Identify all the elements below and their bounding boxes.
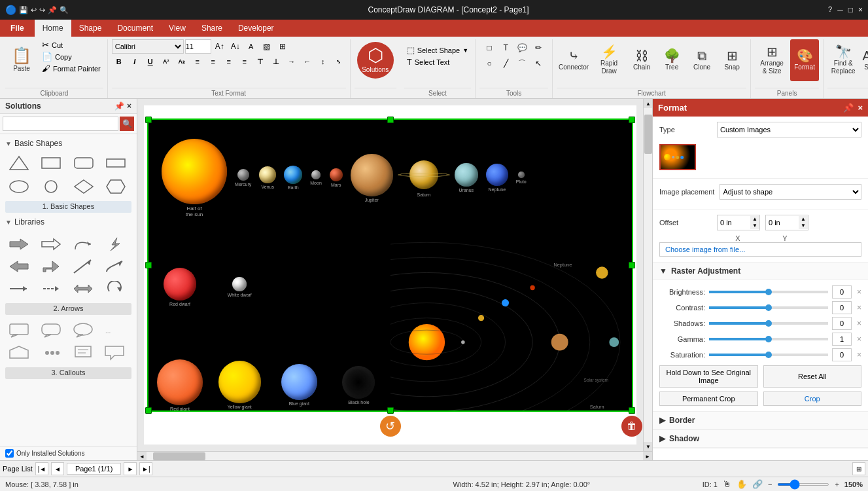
handle-bottom-left[interactable] — [145, 407, 152, 414]
saturation-slider-thumb[interactable] — [765, 352, 772, 358]
shadows-clear-btn[interactable]: × — [857, 319, 861, 328]
fill-btn[interactable]: ▧ — [260, 39, 274, 54]
contrast-slider-thumb[interactable] — [765, 304, 772, 311]
redo-icon[interactable]: ↪ — [39, 6, 45, 14]
solutions-pin-icon[interactable]: 📌 — [114, 101, 124, 111]
zoom-in-btn[interactable]: + — [835, 481, 839, 488]
page-nav-last[interactable]: ►| — [139, 462, 152, 475]
solutions-search-input[interactable] — [3, 117, 118, 131]
basic-shapes-header[interactable]: ▼ Basic Shapes — [0, 137, 137, 150]
connector-button[interactable]: ⤷ Connector — [557, 39, 591, 81]
underline-btn[interactable]: U — [143, 55, 158, 68]
raster-section-header[interactable]: ▼ Raster Adjustment — [653, 263, 868, 280]
shape-rect[interactable] — [37, 153, 65, 173]
select-shape-button[interactable]: ⬚ Select Shape ▼ — [404, 45, 471, 56]
text-tool[interactable]: T — [498, 41, 513, 55]
rotate-handle[interactable]: ↺ — [380, 416, 401, 437]
saturation-input[interactable] — [832, 348, 852, 361]
arrow-up-right[interactable] — [37, 256, 65, 277]
shape-diamond[interactable] — [70, 176, 97, 197]
solutions-close-icon[interactable]: × — [127, 101, 131, 111]
installed-solutions-checkbox[interactable] — [5, 449, 14, 458]
shape-oval[interactable] — [5, 176, 33, 197]
zoom-out-btn[interactable]: − — [768, 481, 772, 488]
handle-middle-left[interactable] — [145, 262, 152, 268]
format-panel-pin-icon[interactable]: 📌 — [843, 103, 854, 113]
handle-bottom-right[interactable] — [629, 407, 635, 414]
callout-7[interactable] — [69, 342, 97, 363]
help-icon[interactable]: ? — [828, 5, 832, 14]
shape-wide-rect[interactable] — [102, 153, 130, 173]
valign-top-btn[interactable]: ⊤ — [253, 55, 268, 68]
scroll-thumb-v[interactable] — [644, 115, 652, 154]
arrow-double[interactable] — [69, 278, 97, 299]
shape-circle[interactable] — [37, 176, 65, 197]
shape-rounded-rect[interactable] — [70, 153, 97, 173]
minimize-btn[interactable]: ─ — [837, 5, 843, 14]
chain-button[interactable]: ⛓ Chain — [627, 39, 656, 81]
border-section-header[interactable]: ▶ Border — [653, 412, 868, 429]
scroll-track-h[interactable] — [147, 452, 643, 460]
scroll-track-v[interactable] — [644, 108, 652, 442]
brightness-slider-thumb[interactable] — [765, 289, 772, 295]
format-panel-close-icon[interactable]: × — [858, 103, 863, 113]
select-text-button[interactable]: T Select Text — [404, 56, 471, 67]
offset-y-down[interactable]: ▼ — [799, 223, 808, 229]
pencil-tool[interactable]: ✏ — [531, 41, 546, 55]
contrast-input[interactable] — [832, 301, 852, 314]
snap-button[interactable]: ⊞ Snap — [718, 39, 746, 81]
callout-4[interactable]: ... — [101, 320, 128, 341]
ellipse-tool[interactable]: ○ — [482, 56, 496, 71]
clone-button[interactable]: ⧉ Clone — [687, 39, 716, 81]
tab-file[interactable]: File — [0, 20, 35, 37]
text-direction-btn[interactable]: ↕ — [316, 55, 330, 68]
arrow-circle[interactable] — [101, 278, 128, 299]
zoom-slider[interactable] — [777, 483, 829, 486]
subscript-btn[interactable]: A₂ — [175, 55, 189, 68]
offset-x-input[interactable] — [718, 215, 750, 230]
superscript-btn[interactable]: A² — [159, 55, 173, 68]
italic-btn[interactable]: I — [128, 55, 142, 68]
placement-select[interactable]: Adjust to shape Custom Tile Center — [720, 184, 861, 200]
offset-y-input[interactable] — [766, 215, 799, 230]
arrow-s-curve[interactable] — [101, 256, 128, 277]
shadows-slider-track[interactable] — [709, 322, 828, 325]
paste-button[interactable]: 📋 Paste — [5, 39, 38, 81]
offset-x-up[interactable]: ▲ — [750, 216, 759, 223]
arrow-left[interactable] — [5, 256, 33, 277]
arrow-right-1[interactable] — [5, 234, 33, 255]
line-tool[interactable]: ╱ — [498, 56, 513, 71]
brightness-input[interactable] — [832, 285, 852, 299]
scroll-down-btn[interactable]: ▼ — [644, 442, 652, 451]
arrow-line-1[interactable] — [5, 278, 33, 299]
arrow-line-2[interactable] — [37, 278, 65, 299]
callout-8[interactable] — [101, 342, 128, 363]
cut-button[interactable]: ✂ Cut — [39, 39, 103, 50]
pointer-tool[interactable]: ↖ — [531, 56, 546, 71]
saturation-slider-track[interactable] — [709, 354, 828, 356]
close-btn[interactable]: × — [858, 5, 863, 14]
libraries-header[interactable]: ▼ Libraries — [0, 215, 137, 228]
font-size-input[interactable] — [185, 39, 211, 54]
shape-hexagon[interactable] — [102, 176, 130, 197]
page-nav-next[interactable]: ► — [124, 462, 137, 475]
solutions-button[interactable]: ⬡ Solutions — [357, 42, 394, 79]
arrow-right-2[interactable] — [37, 234, 65, 255]
brightness-slider-track[interactable] — [709, 291, 828, 293]
more-text-btn[interactable]: ⊞ — [275, 39, 290, 54]
align-right-btn[interactable]: ≡ — [222, 55, 236, 68]
image-thumbnail[interactable] — [659, 144, 696, 170]
tab-view[interactable]: View — [161, 20, 194, 37]
font-color-btn[interactable]: A — [244, 39, 258, 54]
undo-icon[interactable]: ↩ — [31, 6, 37, 14]
permanent-crop-button[interactable]: Permanent Crop — [659, 391, 758, 406]
scroll-up-btn[interactable]: ▲ — [644, 99, 652, 108]
tab-shape[interactable]: Shape — [71, 20, 110, 37]
outdent-btn[interactable]: ← — [300, 55, 315, 68]
arrange-size-button[interactable]: ⊞ Arrange & Size — [755, 39, 789, 81]
brightness-clear-btn[interactable]: × — [857, 287, 861, 297]
shape-triangle[interactable] — [5, 153, 33, 173]
arrow-curved[interactable] — [69, 234, 97, 255]
gamma-slider-thumb[interactable] — [765, 336, 772, 342]
expand-text-btn[interactable]: ⤡ — [332, 55, 346, 68]
